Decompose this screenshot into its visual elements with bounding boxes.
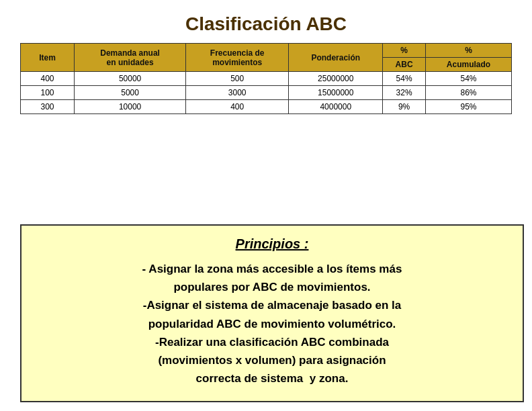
th-percent: % xyxy=(383,44,426,58)
cell-acumulado-1: 86% xyxy=(425,86,511,100)
table-header-row-1: Item Demanda anualen unidades Frecuencia… xyxy=(21,44,512,58)
table-row: 400 50000 500 25000000 54% 54% xyxy=(21,72,512,86)
cell-item-0: 400 xyxy=(21,72,75,86)
th-acumulado: Acumulado xyxy=(425,58,511,72)
cell-abc-1: 32% xyxy=(383,86,426,100)
th-demanda: Demanda anualen unidades xyxy=(75,44,186,72)
th-ponderacion: Ponderación xyxy=(289,44,383,72)
cell-abc-0: 54% xyxy=(383,72,426,86)
th-frecuencia: Frecuencia demovimientos xyxy=(186,44,289,72)
th-item: Item xyxy=(21,44,75,72)
cell-demanda-0: 50000 xyxy=(75,72,186,86)
cell-demanda-1: 5000 xyxy=(75,86,186,100)
th-abc: ABC xyxy=(383,58,426,72)
cell-ponderacion-2: 4000000 xyxy=(289,100,383,114)
cell-frecuencia-0: 500 xyxy=(186,72,289,86)
cell-item-1: 100 xyxy=(21,86,75,100)
table-row: 100 5000 3000 15000000 32% 86% xyxy=(21,86,512,100)
th-percent2: % xyxy=(425,44,511,58)
cell-acumulado-2: 95% xyxy=(425,100,511,114)
abc-table: Item Demanda anualen unidades Frecuencia… xyxy=(20,43,512,114)
cell-item-2: 300 xyxy=(21,100,75,114)
cell-frecuencia-2: 400 xyxy=(186,100,289,114)
table-row: 300 10000 400 4000000 9% 95% xyxy=(21,100,512,114)
overlay-title: Principios : xyxy=(42,236,502,252)
cell-acumulado-0: 54% xyxy=(425,72,511,86)
page-title: Clasificación ABC xyxy=(185,13,347,35)
cell-ponderacion-0: 25000000 xyxy=(289,72,383,86)
cell-abc-2: 9% xyxy=(383,100,426,114)
overlay-text: - Asignar la zona más accesible a los ít… xyxy=(42,260,502,387)
content-container: Item Demanda anualen unidades Frecuencia… xyxy=(20,43,512,114)
cell-ponderacion-1: 15000000 xyxy=(289,86,383,100)
cell-frecuencia-1: 3000 xyxy=(186,86,289,100)
cell-demanda-2: 10000 xyxy=(75,100,186,114)
overlay-box: Principios : - Asignar la zona más acces… xyxy=(20,224,524,402)
table-wrapper: Item Demanda anualen unidades Frecuencia… xyxy=(20,43,512,114)
page: Clasificación ABC Item Demanda anualen u… xyxy=(0,0,532,411)
